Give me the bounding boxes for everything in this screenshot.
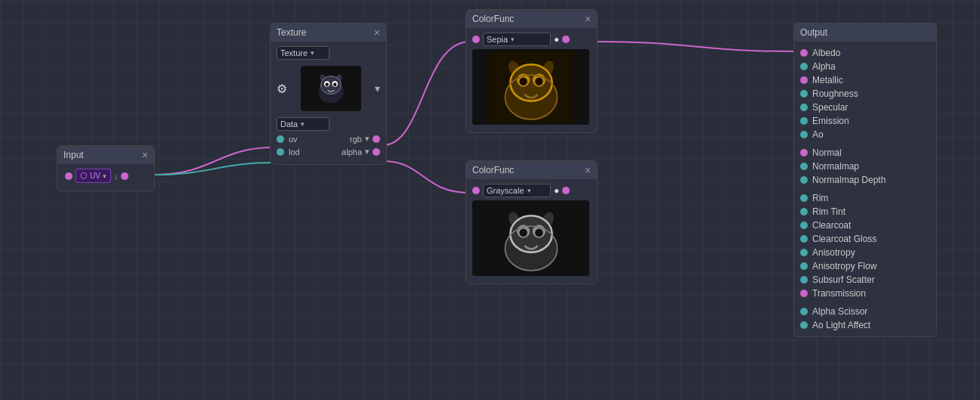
output-dot <box>800 321 808 329</box>
output-label: Roughness <box>812 88 858 99</box>
output-node-header: Output <box>794 23 936 42</box>
output-item: Clearcoat Gloss <box>800 232 930 246</box>
output-label: Specular <box>812 102 848 113</box>
output-label: Ao <box>812 129 824 140</box>
svg-point-15 <box>535 77 543 85</box>
texture-rgb-label: rgb <box>339 135 362 144</box>
output-item: Normalmap <box>800 160 930 173</box>
output-dot <box>800 49 808 57</box>
output-dot <box>800 117 808 125</box>
output-label: Alpha <box>812 61 836 72</box>
output-label: Normal <box>812 147 842 158</box>
output-label: Transmission <box>812 288 866 299</box>
badge-icon: ⬡ <box>80 171 88 181</box>
colorfunc1-close-button[interactable]: × <box>585 14 591 24</box>
output-label: Metallic <box>812 75 843 85</box>
svg-point-14 <box>519 77 527 85</box>
cf2-right-dot <box>562 187 570 194</box>
svg-point-4 <box>326 83 329 87</box>
output-label: Anisotropy <box>812 247 855 258</box>
output-label: Clearcoat Gloss <box>812 234 876 244</box>
texture-alpha-label: alpha <box>339 147 362 157</box>
texture-node-title: Texture <box>277 27 306 38</box>
colorfunc2-close-button[interactable]: × <box>585 165 591 175</box>
output-dot <box>800 149 808 157</box>
output-dot <box>800 104 808 111</box>
output-dot <box>800 208 808 216</box>
texture-rgb-arrow[interactable]: ▾ <box>365 134 369 144</box>
cf2-left-dot <box>472 187 480 194</box>
output-dot <box>800 63 808 70</box>
input-node-title: Input <box>63 150 84 160</box>
input-close-button[interactable]: × <box>142 150 148 160</box>
output-label: Subsurf Scatter <box>812 274 875 285</box>
svg-point-5 <box>333 83 337 87</box>
svg-point-26 <box>535 228 543 236</box>
output-item: Rim <box>800 191 930 205</box>
texture-rgb-right-dot <box>373 135 380 143</box>
cf2-eye-icon[interactable]: ● <box>554 185 559 196</box>
output-dot <box>800 90 808 98</box>
output-node: Output AlbedoAlphaMetallicRoughnessSpecu… <box>793 23 937 337</box>
colorfunc1-title: ColorFunc <box>472 14 514 24</box>
output-dot <box>800 222 808 229</box>
cf2-preview <box>472 200 589 276</box>
output-label: Ao Light Affect <box>812 320 870 330</box>
output-item: Ao Light Affect <box>800 318 930 332</box>
colorfunc2-header: ColorFunc × <box>466 161 597 179</box>
output-item: Ao <box>800 128 930 141</box>
cf1-eye-icon[interactable]: ● <box>554 34 559 45</box>
cf1-preview <box>472 49 589 125</box>
texture-preview-image <box>301 66 361 111</box>
output-item: Normal <box>800 146 930 160</box>
texture-uv-label: uv <box>289 135 311 144</box>
texture-alpha-arrow[interactable]: ▾ <box>365 147 369 157</box>
texture-lod-left-dot <box>277 148 284 156</box>
input-node-header: Input × <box>57 146 154 164</box>
output-dot <box>800 176 808 184</box>
output-dot <box>800 194 808 202</box>
output-item: Clearcoat <box>800 219 930 232</box>
output-item: Alpha Scissor <box>800 305 930 318</box>
output-item: Normalmap Depth <box>800 173 930 187</box>
input-output-dot <box>65 172 73 180</box>
output-label: Emission <box>812 116 849 126</box>
output-dot <box>800 76 808 84</box>
output-label: Rim Tint <box>812 206 846 217</box>
cf1-filter-select[interactable]: Sepia ▾ <box>483 33 551 46</box>
output-dot <box>800 131 808 138</box>
input-type-badge[interactable]: ⬡ UV ▾ <box>76 169 111 183</box>
svg-point-25 <box>519 228 527 236</box>
output-label: Normalmap Depth <box>812 175 886 185</box>
colorfunc1-node: ColorFunc × Sepia ▾ ● <box>465 9 598 133</box>
output-item: Anisotropy <box>800 246 930 259</box>
output-item: Transmission <box>800 287 930 300</box>
output-dot <box>800 276 808 284</box>
output-dot <box>800 235 808 243</box>
output-label: Clearcoat <box>812 220 851 231</box>
texture-alpha-right-dot <box>373 148 380 156</box>
output-item: Roughness <box>800 87 930 101</box>
output-label: Albedo <box>812 48 840 58</box>
input-arrow-btn[interactable]: ↓ <box>114 172 119 181</box>
texture-settings-icon[interactable]: ⚙ <box>277 82 287 96</box>
texture-type-select[interactable]: Texture ▾ <box>277 46 329 60</box>
input-right-dot <box>121 172 128 180</box>
texture-close-button[interactable]: × <box>374 27 380 38</box>
texture-node-header: Texture × <box>271 23 386 42</box>
output-item: Alpha <box>800 60 930 73</box>
texture-data-select[interactable]: Data ▾ <box>277 117 329 131</box>
output-item: Rim Tint <box>800 205 930 219</box>
output-item: Subsurf Scatter <box>800 273 930 287</box>
output-dot <box>800 290 808 297</box>
preview-expand-btn[interactable]: ▾ <box>375 82 380 95</box>
output-item: Albedo <box>800 46 930 60</box>
cf1-left-dot <box>472 36 480 43</box>
output-label: Anisotropy Flow <box>812 261 876 271</box>
output-item: Metallic <box>800 73 930 87</box>
output-dot <box>800 308 808 315</box>
cf1-right-dot <box>562 36 570 43</box>
input-node: Input × ⬡ UV ▾ ↓ <box>57 145 155 191</box>
output-list: AlbedoAlphaMetallicRoughnessSpecularEmis… <box>794 42 936 336</box>
cf2-filter-select[interactable]: Grayscale ▾ <box>483 184 551 197</box>
